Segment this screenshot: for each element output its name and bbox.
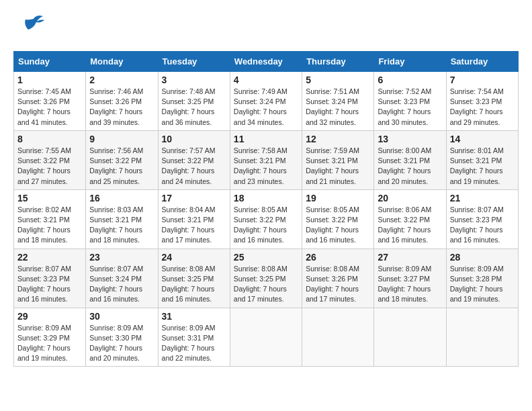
daylight-text: Daylight: 7 hours and 16 minutes. [450,226,503,244]
day-number: 24 [162,252,226,263]
day-number: 19 [306,193,370,203]
day-number: 16 [89,193,154,203]
sunset-text: Sunset: 3:27 PM [378,275,430,283]
day-info: Sunrise: 7:56 AMSunset: 3:22 PMDaylight:… [89,146,154,187]
day-info: Sunrise: 7:49 AMSunset: 3:24 PMDaylight:… [234,87,298,128]
day-number: 18 [234,193,298,203]
calendar-week-1: 1Sunrise: 7:45 AMSunset: 3:26 PMDaylight… [14,72,519,131]
sunset-text: Sunset: 3:26 PM [306,275,358,283]
sunset-text: Sunset: 3:24 PM [234,97,286,105]
daylight-text: Daylight: 7 hours and 16 minutes. [17,285,71,303]
calendar-cell: 28Sunrise: 8:09 AMSunset: 3:28 PMDayligh… [446,248,518,308]
day-number: 6 [378,75,442,85]
calendar-table: SundayMondayTuesdayWednesdayThursdayFrid… [13,51,519,367]
day-number: 4 [234,75,298,85]
day-info: Sunrise: 8:09 AMSunset: 3:30 PMDaylight:… [89,323,154,364]
calendar-cell: 1Sunrise: 7:45 AMSunset: 3:26 PMDaylight… [14,72,86,131]
sunset-text: Sunset: 3:21 PM [17,216,70,224]
calendar-cell: 9Sunrise: 7:56 AMSunset: 3:22 PMDaylight… [86,130,158,189]
sunset-text: Sunset: 3:23 PM [378,97,430,105]
calendar-cell [374,308,446,367]
calendar-cell: 17Sunrise: 8:04 AMSunset: 3:21 PMDayligh… [158,189,230,248]
daylight-text: Daylight: 7 hours and 17 minutes. [234,285,287,303]
day-info: Sunrise: 8:08 AMSunset: 3:26 PMDaylight:… [306,264,370,305]
sunset-text: Sunset: 3:28 PM [450,275,502,283]
sunrise-text: Sunrise: 8:03 AM [89,205,143,214]
calendar-cell: 15Sunrise: 8:02 AMSunset: 3:21 PMDayligh… [14,189,86,248]
sunset-text: Sunset: 3:23 PM [450,216,502,224]
day-info: Sunrise: 7:59 AMSunset: 3:21 PMDaylight:… [306,146,370,187]
sunrise-text: Sunrise: 8:09 AM [450,265,504,273]
daylight-text: Daylight: 7 hours and 22 minutes. [162,344,215,362]
daylight-text: Daylight: 7 hours and 16 minutes. [162,285,215,303]
day-number: 23 [89,252,154,263]
daylight-text: Daylight: 7 hours and 41 minutes. [17,107,71,126]
day-number: 10 [162,134,226,144]
day-number: 31 [162,311,226,322]
sunset-text: Sunset: 3:23 PM [17,275,70,283]
sunrise-text: Sunrise: 8:09 AM [378,265,431,273]
sunrise-text: Sunrise: 7:52 AM [378,87,431,95]
daylight-text: Daylight: 7 hours and 32 minutes. [306,107,359,126]
sunset-text: Sunset: 3:26 PM [89,97,142,105]
daylight-text: Daylight: 7 hours and 19 minutes. [450,167,503,185]
day-info: Sunrise: 8:08 AMSunset: 3:25 PMDaylight:… [162,264,226,305]
sunrise-text: Sunrise: 8:05 AM [234,205,287,214]
day-info: Sunrise: 8:04 AMSunset: 3:21 PMDaylight:… [162,205,226,246]
day-info: Sunrise: 8:00 AMSunset: 3:21 PMDaylight:… [378,146,442,187]
sunset-text: Sunset: 3:22 PM [162,156,214,165]
sunrise-text: Sunrise: 8:09 AM [162,324,216,332]
sunset-text: Sunset: 3:21 PM [378,156,430,165]
sunrise-text: Sunrise: 7:59 AM [306,146,359,154]
sunrise-text: Sunrise: 8:09 AM [89,324,143,332]
sunrise-text: Sunrise: 8:01 AM [450,146,504,154]
day-info: Sunrise: 8:01 AMSunset: 3:21 PMDaylight:… [450,146,515,187]
calendar-cell: 30Sunrise: 8:09 AMSunset: 3:30 PMDayligh… [86,308,158,367]
daylight-text: Daylight: 7 hours and 39 minutes. [89,107,142,126]
day-number: 12 [306,134,370,144]
sunrise-text: Sunrise: 8:08 AM [234,265,287,273]
day-info: Sunrise: 7:45 AMSunset: 3:26 PMDaylight:… [17,87,82,128]
day-number: 20 [378,193,442,203]
day-info: Sunrise: 8:07 AMSunset: 3:23 PMDaylight:… [450,205,515,246]
sunrise-text: Sunrise: 7:51 AM [306,87,359,95]
calendar-cell: 25Sunrise: 8:08 AMSunset: 3:25 PMDayligh… [230,248,302,308]
daylight-text: Daylight: 7 hours and 27 minutes. [17,167,71,185]
day-info: Sunrise: 7:46 AMSunset: 3:26 PMDaylight:… [89,87,154,128]
calendar-cell: 2Sunrise: 7:46 AMSunset: 3:26 PMDaylight… [86,72,158,131]
daylight-text: Daylight: 7 hours and 19 minutes. [450,285,503,303]
sunset-text: Sunset: 3:21 PM [162,216,214,224]
day-info: Sunrise: 8:09 AMSunset: 3:31 PMDaylight:… [162,323,226,364]
daylight-text: Daylight: 7 hours and 20 minutes. [89,344,142,362]
sunrise-text: Sunrise: 7:46 AM [89,87,143,95]
sunset-text: Sunset: 3:29 PM [17,334,70,342]
daylight-text: Daylight: 7 hours and 24 minutes. [162,167,215,185]
weekday-header-tuesday: Tuesday [158,52,230,72]
calendar-cell: 4Sunrise: 7:49 AMSunset: 3:24 PMDaylight… [230,72,302,131]
day-number: 14 [450,134,515,144]
calendar-cell: 20Sunrise: 8:06 AMSunset: 3:22 PMDayligh… [374,189,446,248]
day-info: Sunrise: 8:03 AMSunset: 3:21 PMDaylight:… [89,205,154,246]
day-number: 11 [234,134,298,144]
calendar-cell: 29Sunrise: 8:09 AMSunset: 3:29 PMDayligh… [14,308,86,367]
sunset-text: Sunset: 3:22 PM [234,216,286,224]
sunrise-text: Sunrise: 8:09 AM [17,324,71,332]
weekday-header-wednesday: Wednesday [230,52,302,72]
daylight-text: Daylight: 7 hours and 21 minutes. [306,167,359,185]
day-number: 8 [17,134,82,144]
daylight-text: Daylight: 7 hours and 29 minutes. [450,107,503,126]
sunset-text: Sunset: 3:22 PM [306,216,358,224]
calendar-cell: 23Sunrise: 8:07 AMSunset: 3:24 PMDayligh… [86,248,158,308]
calendar-cell: 14Sunrise: 8:01 AMSunset: 3:21 PMDayligh… [446,130,518,189]
daylight-text: Daylight: 7 hours and 16 minutes. [378,226,431,244]
calendar-week-5: 29Sunrise: 8:09 AMSunset: 3:29 PMDayligh… [14,308,519,367]
day-info: Sunrise: 8:09 AMSunset: 3:28 PMDaylight:… [450,264,515,305]
calendar-week-2: 8Sunrise: 7:55 AMSunset: 3:22 PMDaylight… [14,130,519,189]
weekday-header-friday: Friday [374,52,446,72]
sunset-text: Sunset: 3:24 PM [306,97,358,105]
calendar-cell: 6Sunrise: 7:52 AMSunset: 3:23 PMDaylight… [374,72,446,131]
day-info: Sunrise: 8:05 AMSunset: 3:22 PMDaylight:… [306,205,370,246]
day-info: Sunrise: 8:07 AMSunset: 3:24 PMDaylight:… [89,264,154,305]
page-header [13,13,519,40]
calendar-cell: 19Sunrise: 8:05 AMSunset: 3:22 PMDayligh… [302,189,374,248]
